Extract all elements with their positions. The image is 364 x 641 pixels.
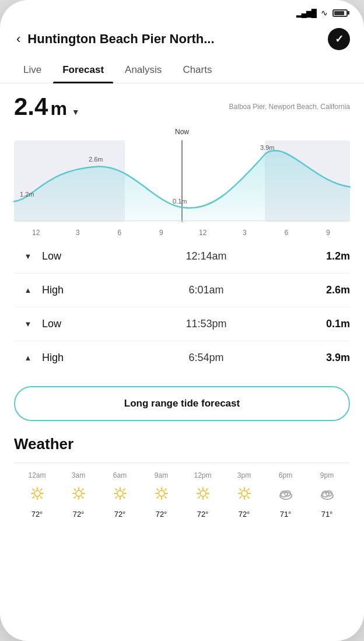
weather-icon-6am bbox=[99, 486, 141, 504]
tide-time-2: 6:01am bbox=[145, 284, 268, 296]
weather-icon-12pm bbox=[182, 486, 223, 504]
weather-times-row: 12am 3am 6am 9am 12pm 3pm 6pm 9pm bbox=[14, 471, 350, 479]
time-label-3: 3 bbox=[57, 229, 99, 237]
weather-time-12am: 12am bbox=[16, 471, 58, 479]
time-label-9: 9 bbox=[141, 229, 183, 237]
svg-line-52 bbox=[198, 497, 200, 498]
header-left: ‹ Huntington Beach Pier North... bbox=[14, 29, 328, 49]
temp-3am: 72° bbox=[58, 510, 99, 519]
time-label-6b: 6 bbox=[265, 229, 307, 237]
svg-line-60 bbox=[247, 489, 249, 490]
tide-high-icon-4: ▲ bbox=[14, 353, 42, 362]
weather-section: Weather 12am 3am 6am 9am 12pm 3pm 6pm 9p… bbox=[0, 433, 364, 519]
tide-type-3: Low bbox=[42, 318, 145, 330]
weather-icon-3pm bbox=[223, 486, 265, 504]
tide-type-1: Low bbox=[42, 250, 145, 262]
wifi-icon: ∿ bbox=[321, 8, 328, 17]
tide-height-2: 2.6m bbox=[268, 284, 350, 296]
time-label-12: 12 bbox=[15, 229, 57, 237]
weather-icon-6pm bbox=[265, 486, 306, 504]
phone-frame: ▂▄▆█ ∿ ‹ Huntington Beach Pier North... … bbox=[0, 0, 364, 641]
tide-header: 2.4 m ▼ Balboa Pier, Newport Beach, Cali… bbox=[0, 83, 364, 123]
svg-text:2.6m: 2.6m bbox=[89, 156, 103, 163]
temp-12am: 72° bbox=[16, 510, 58, 519]
svg-line-25 bbox=[74, 497, 75, 498]
weather-divider bbox=[14, 463, 350, 463]
table-row: ▼ Low 12:14am 1.2m bbox=[14, 240, 350, 274]
svg-line-58 bbox=[240, 489, 241, 490]
weather-icon-12am bbox=[16, 486, 58, 504]
forecast-btn-wrap: Long range tide forecast bbox=[0, 374, 364, 433]
tide-chart: 1.2m 2.6m 0.1m 3.9m bbox=[14, 136, 350, 226]
weather-icons-row bbox=[14, 486, 350, 504]
tide-table: ▼ Low 12:14am 1.2m ▲ High 6:01am 2.6m ▼ … bbox=[0, 233, 364, 374]
tide-current-value: 2.4 m ▼ bbox=[14, 93, 80, 121]
svg-line-51 bbox=[206, 489, 207, 490]
time-label-6: 6 bbox=[99, 229, 141, 237]
weather-icon-9pm bbox=[306, 486, 348, 504]
time-label-9b: 9 bbox=[307, 229, 349, 237]
tide-type-4: High bbox=[42, 352, 145, 364]
svg-line-24 bbox=[82, 489, 83, 490]
tab-bar: Live Forecast Analysis Charts bbox=[0, 58, 364, 83]
back-button[interactable]: ‹ bbox=[14, 29, 23, 49]
svg-point-53 bbox=[242, 491, 247, 496]
temp-9pm: 71° bbox=[306, 510, 348, 519]
svg-line-33 bbox=[123, 489, 124, 490]
tide-low-icon-1: ▼ bbox=[14, 252, 42, 261]
svg-text:1.2m: 1.2m bbox=[20, 191, 34, 198]
tide-type-2: High bbox=[42, 284, 145, 296]
svg-line-40 bbox=[157, 489, 158, 490]
tab-forecast[interactable]: Forecast bbox=[53, 58, 113, 83]
weather-temps-row: 72° 72° 72° 72° 72° 72° 71° 71° bbox=[14, 510, 350, 519]
svg-point-44 bbox=[200, 491, 206, 496]
svg-line-43 bbox=[157, 497, 158, 498]
table-row: ▲ High 6:54pm 3.9m bbox=[14, 341, 350, 374]
svg-line-31 bbox=[116, 489, 117, 490]
tab-charts[interactable]: Charts bbox=[173, 58, 221, 83]
check-button[interactable]: ✓ bbox=[328, 28, 350, 50]
time-label-3b: 3 bbox=[224, 229, 266, 237]
tide-time-1: 12:14am bbox=[145, 250, 268, 262]
page-title: Huntington Beach Pier North... bbox=[27, 31, 214, 47]
header: ‹ Huntington Beach Pier North... ✓ bbox=[0, 22, 364, 58]
svg-line-32 bbox=[123, 497, 124, 498]
status-bar: ▂▄▆█ ∿ bbox=[0, 0, 364, 22]
now-label: Now bbox=[175, 128, 189, 136]
svg-point-35 bbox=[159, 491, 164, 496]
svg-point-8 bbox=[34, 491, 40, 496]
svg-line-15 bbox=[40, 489, 41, 490]
weather-time-9pm: 9pm bbox=[306, 471, 348, 479]
tide-time-3: 11:53pm bbox=[145, 318, 268, 330]
time-label-12b: 12 bbox=[182, 229, 224, 237]
svg-line-59 bbox=[247, 497, 249, 498]
tide-height-3: 0.1m bbox=[268, 318, 350, 330]
tide-time-4: 6:54pm bbox=[145, 352, 268, 364]
table-row: ▼ Low 11:53pm 0.1m bbox=[14, 307, 350, 341]
weather-time-3am: 3am bbox=[58, 471, 99, 479]
svg-line-61 bbox=[240, 497, 241, 498]
svg-line-13 bbox=[33, 489, 34, 490]
long-range-forecast-button[interactable]: Long range tide forecast bbox=[14, 386, 350, 421]
tide-direction-icon: ▼ bbox=[72, 107, 80, 117]
tide-height-4: 3.9m bbox=[268, 352, 350, 364]
weather-time-6am: 6am bbox=[99, 471, 141, 479]
svg-line-14 bbox=[40, 497, 41, 498]
battery-icon bbox=[332, 9, 348, 17]
temp-6am: 72° bbox=[99, 510, 141, 519]
svg-line-22 bbox=[74, 489, 75, 490]
svg-line-34 bbox=[116, 497, 117, 498]
svg-point-26 bbox=[117, 491, 123, 496]
tide-location: Balboa Pier, Newport Beach, California bbox=[229, 103, 350, 111]
tab-live[interactable]: Live bbox=[14, 58, 51, 83]
tide-low-icon-3: ▼ bbox=[14, 320, 42, 328]
table-row: ▲ High 6:01am 2.6m bbox=[14, 274, 350, 307]
tab-analysis[interactable]: Analysis bbox=[116, 58, 171, 83]
temp-6pm: 71° bbox=[265, 510, 306, 519]
svg-line-23 bbox=[82, 497, 83, 498]
svg-line-50 bbox=[206, 497, 207, 498]
signal-icon: ▂▄▆█ bbox=[296, 9, 316, 17]
svg-line-41 bbox=[164, 497, 166, 498]
svg-line-49 bbox=[198, 489, 200, 490]
weather-time-12pm: 12pm bbox=[182, 471, 223, 479]
